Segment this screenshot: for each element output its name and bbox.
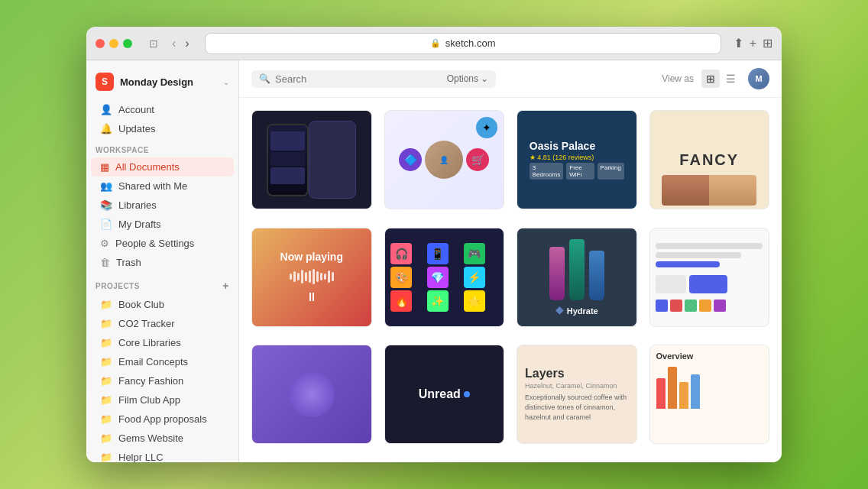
- sidebar-item-account[interactable]: 👤 Account: [91, 100, 234, 119]
- sidebar-item-trash[interactable]: 🗑 Trash: [91, 253, 234, 272]
- unread-content: Unread: [419, 387, 470, 401]
- sidebar-item-gems-website[interactable]: 📁 Gems Website: [91, 429, 234, 448]
- sidebar-item-food-app[interactable]: 📁 Food App proposals: [91, 410, 234, 429]
- sidebar-item-email-concepts[interactable]: 📁 Email Concepts: [91, 352, 234, 371]
- libraries-icon: 📚: [100, 199, 112, 211]
- drafts-icon: 📄: [100, 219, 112, 230]
- project-label: Email Concepts: [118, 356, 188, 368]
- document-card-layers[interactable]: Layers Hazelnut, Caramel, Cinnamon Excep…: [517, 345, 637, 450]
- project-label: Helpr LLC: [118, 452, 164, 462]
- minimize-button[interactable]: [109, 39, 118, 48]
- search-icon: 🔍: [259, 73, 270, 84]
- sidebar-item-shared[interactable]: 👥 Shared with Me: [91, 176, 234, 196]
- doc-info: UI Kit ☁ Helpr LLC · 3mo ago: [649, 327, 770, 333]
- folder-icon: 📁: [100, 432, 112, 444]
- folder-icon: 📁: [100, 413, 112, 425]
- document-card-helpr[interactable]: 🔷 👤 🛒 ✦ Helpr App Helpr LLC ·: [384, 110, 505, 215]
- chart-bar-1: [656, 378, 666, 409]
- sidebar-item-book-club[interactable]: 📁 Book Club: [91, 295, 234, 314]
- sidebar-header: S Monday Design ⌄: [86, 70, 238, 100]
- swatch-red: [670, 300, 682, 312]
- sidebar-item-fancy-fashion[interactable]: 📁 Fancy Fashion: [91, 371, 234, 390]
- app-content: S Monday Design ⌄ 👤 Account 🔔 Updates WO…: [86, 60, 782, 462]
- uikit-content: [656, 243, 763, 312]
- document-card-fancy-fashion[interactable]: FANCY Fancy Fashion app: [649, 110, 770, 215]
- view-as-label: View as: [662, 73, 694, 84]
- document-card-ui-kit[interactable]: UI Kit ☁ Helpr LLC · 3mo ago: [649, 228, 770, 333]
- sidebar-item-updates[interactable]: 🔔 Updates: [91, 119, 234, 138]
- document-card-overview[interactable]: Overview: [649, 345, 770, 450]
- layers-content: Layers Hazelnut, Caramel, Cinnamon Excep…: [517, 359, 636, 429]
- trash-label: Trash: [116, 257, 141, 268]
- workspace-name: Monday Design: [120, 76, 217, 88]
- waveform: [280, 267, 343, 286]
- document-card-partial[interactable]: today: [251, 345, 372, 450]
- workshop-cell: 📱: [427, 243, 449, 264]
- doc-thumbnail: ◆ Hydrate: [517, 228, 637, 327]
- document-card-unread[interactable]: Unread today: [384, 345, 505, 450]
- options-button[interactable]: Options ⌄: [447, 73, 488, 84]
- sketch-logo: S: [96, 73, 114, 91]
- doc-info: Now Playing Kit 🌐 Music app · 2w ago: [251, 327, 372, 333]
- hydrate-bottles: [549, 239, 604, 300]
- swatch-orange: [699, 300, 711, 312]
- shared-icon: 👥: [100, 180, 112, 192]
- address-bar[interactable]: 🔒 sketch.com: [205, 33, 721, 54]
- list-view-button[interactable]: ☰: [721, 70, 740, 88]
- workshop-cell: 🎧: [390, 243, 412, 264]
- project-label: Core Libraries: [118, 337, 181, 348]
- swatch-green: [685, 300, 697, 312]
- share-icon[interactable]: ⬆: [734, 36, 743, 50]
- helpr-profile: 👤: [425, 141, 463, 179]
- swatch-purple: [714, 300, 726, 312]
- all-documents-label: All Documents: [115, 161, 180, 173]
- sidebar-item-my-drafts[interactable]: 📄 My Drafts: [91, 215, 234, 234]
- document-card-hydrate[interactable]: ◆ Hydrate Hydrate Website 2mo ago: [517, 228, 637, 333]
- add-project-button[interactable]: +: [222, 280, 229, 292]
- sidebar-item-people-settings[interactable]: ⚙ People & Settings: [91, 234, 234, 253]
- sidebar-item-film-club[interactable]: 📁 Film Club App: [91, 390, 234, 410]
- search-input[interactable]: [275, 73, 442, 85]
- grid-icon[interactable]: ⊞: [763, 36, 772, 50]
- sidebar-item-helpr-llc[interactable]: 📁 Helpr LLC: [91, 448, 234, 462]
- search-box[interactable]: 🔍 Options ⌄: [251, 70, 496, 88]
- toolbar-actions: ⬆ + ⊞: [734, 36, 772, 50]
- sidebar-toggle-icon[interactable]: ⊡: [144, 34, 163, 53]
- document-card-workshop[interactable]: 🎧 📱 🎮 🎨 💎 ⚡ 🔥 ✨ 🌟 W: [384, 228, 505, 333]
- folder-icon: 📁: [100, 299, 112, 310]
- document-card-now-playing[interactable]: Now playing: [251, 228, 372, 333]
- doc-info: Time Travel app iOS Concepts · 16h ago: [251, 209, 372, 215]
- sidebar-item-co2-tracker[interactable]: 📁 CO2 Tracker: [91, 314, 234, 333]
- doc-info: Travel App 2d ago: [517, 209, 637, 215]
- grid-view-button[interactable]: ⊞: [701, 70, 720, 88]
- doc-title: Fancy Fashion app: [651, 214, 769, 215]
- main-area: 🔍 Options ⌄ View as ⊞ ☰ M: [239, 60, 782, 462]
- user-avatar[interactable]: M: [748, 68, 769, 89]
- sidebar-item-all-documents[interactable]: ▦ All Documents: [91, 157, 234, 176]
- helpr-badge-icon: ✦: [476, 117, 497, 138]
- back-arrow-icon[interactable]: ‹: [169, 35, 179, 52]
- bottle-3: [589, 251, 604, 300]
- main-toolbar: 🔍 Options ⌄ View as ⊞ ☰ M: [239, 60, 782, 98]
- sidebar-item-core-libraries[interactable]: 📁 Core Libraries: [91, 333, 234, 352]
- doc-thumbnail: Unread: [384, 345, 505, 444]
- close-button[interactable]: [96, 39, 105, 48]
- folder-icon: 📁: [100, 394, 112, 406]
- doc-info: [649, 444, 770, 450]
- doc-thumbnail: 🎧 📱 🎮 🎨 💎 ⚡ 🔥 ✨ 🌟: [384, 228, 505, 327]
- maximize-button[interactable]: [123, 39, 132, 48]
- document-card-travel[interactable]: Oasis Palace ★ 4.81 (126 reviews) 3 Bedr…: [517, 110, 637, 215]
- uikit-accent-bar: [656, 261, 720, 267]
- diamond-icon: ◆: [555, 303, 564, 316]
- document-card-time-travel[interactable]: Time Travel app iOS Concepts · 16h ago: [251, 110, 372, 215]
- sidebar-item-libraries[interactable]: 📚 Libraries: [91, 196, 234, 215]
- hydrate-text: Hydrate: [567, 306, 598, 316]
- forward-arrow-icon[interactable]: ›: [182, 35, 192, 52]
- doc-info: today: [384, 444, 505, 450]
- add-tab-icon[interactable]: +: [750, 37, 756, 50]
- project-label: Fancy Fashion: [118, 375, 183, 387]
- document-grid: Time Travel app iOS Concepts · 16h ago: [239, 98, 782, 462]
- doc-info: Workshop 3w ago: [384, 327, 505, 333]
- lock-icon: 🔒: [430, 38, 441, 48]
- workspace-chevron-icon[interactable]: ⌄: [223, 78, 229, 86]
